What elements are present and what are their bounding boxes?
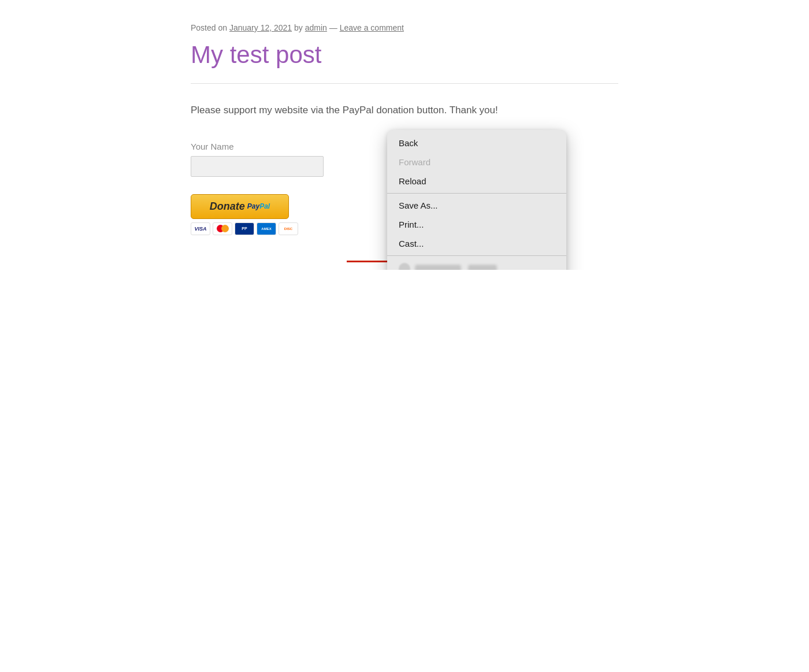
cast-label: Cast... xyxy=(399,239,424,248)
paypal-logo-text: PayPal xyxy=(247,202,270,210)
blurred-text-2 xyxy=(468,265,497,270)
donate-button[interactable]: Donate PayPal xyxy=(191,194,289,219)
paypal-card-icon: PP xyxy=(235,222,254,235)
leave-comment-link[interactable]: Leave a comment xyxy=(340,23,404,32)
context-menu: Back Forward Reload Save As... Print... … xyxy=(387,130,566,270)
name-input[interactable] xyxy=(191,156,324,177)
menu-item-reload[interactable]: Reload xyxy=(387,172,566,191)
menu-item-forward: Forward xyxy=(387,153,566,172)
menu-item-save-as[interactable]: Save As... xyxy=(387,196,566,215)
blurred-icon xyxy=(399,263,410,270)
mc-yellow-circle xyxy=(221,225,229,232)
form-area: Your Name Back Forward Reload Save As...… xyxy=(191,142,618,177)
discover-card-icon: DISC xyxy=(279,222,298,235)
menu-sep-2 xyxy=(387,255,566,256)
print-label: Print... xyxy=(399,220,424,229)
meta-dash: — xyxy=(329,23,340,32)
amex-card-icon: AMEX xyxy=(257,222,276,235)
visa-card-icon: VISA xyxy=(191,222,210,235)
post-date-link[interactable]: January 12, 2021 xyxy=(229,23,292,32)
by-label: by xyxy=(294,23,305,32)
arrow-line xyxy=(347,261,393,262)
blurred-text-1 xyxy=(415,265,461,270)
mastercard-icon xyxy=(213,222,232,235)
menu-item-print[interactable]: Print... xyxy=(387,215,566,234)
menu-item-cast[interactable]: Cast... xyxy=(387,234,566,253)
menu-sep-1 xyxy=(387,193,566,194)
post-meta: Posted on January 12, 2021 by admin — Le… xyxy=(191,23,618,32)
reload-label: Reload xyxy=(399,176,426,186)
menu-item-blurred-extension xyxy=(387,258,566,270)
donate-button-text: Donate xyxy=(210,201,245,213)
posted-on-label: Posted on xyxy=(191,23,229,32)
save-as-label: Save As... xyxy=(399,201,438,210)
back-label: Back xyxy=(399,138,418,148)
post-divider xyxy=(191,83,618,84)
menu-item-back[interactable]: Back xyxy=(387,133,566,153)
forward-label: Forward xyxy=(399,157,431,167)
author-link[interactable]: admin xyxy=(305,23,327,32)
mc-inner xyxy=(217,225,229,232)
post-title: My test post xyxy=(191,40,618,69)
post-content: Please support my website via the PayPal… xyxy=(191,102,618,118)
